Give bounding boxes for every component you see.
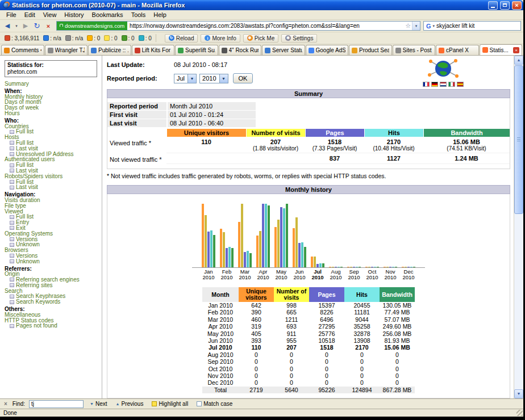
gear-icon: ✱ <box>285 35 291 41</box>
tab-label: 4" Rock Run.. <box>229 47 259 53</box>
summary-info-row: Last visit08 Jul 2010 - 06:40 <box>107 119 510 127</box>
scroll-up-icon[interactable]: ▲ <box>514 56 523 65</box>
year-select[interactable]: 2010 ▼ <box>199 74 228 83</box>
menu-tools[interactable]: Tools <box>127 11 150 19</box>
bar-number-of-visits <box>241 204 243 267</box>
cell-value: 35258 <box>344 323 380 330</box>
find-next-button[interactable]: ▼Next <box>88 401 110 407</box>
ok-button[interactable]: OK <box>233 73 253 83</box>
titlebar[interactable]: Statistics for pheton.com (2010-07) - ma… <box>0 0 523 10</box>
menu-history[interactable]: History <box>60 11 88 19</box>
summary-cell: 207(1.88 visits/visitor) <box>246 137 305 153</box>
resize-grip[interactable] <box>516 410 523 416</box>
find-input[interactable] <box>29 400 84 408</box>
back-history-dropdown[interactable]: ▾ <box>14 21 19 31</box>
menu-file[interactable]: File <box>2 11 20 19</box>
url-dropdown[interactable]: ▾ <box>412 22 420 30</box>
page-content: Statistics for: pheton.com SummaryWhen:M… <box>0 56 523 398</box>
vertical-scrollbar[interactable]: ▲ ▼ <box>514 56 523 398</box>
cell-month: Oct 2010 <box>202 366 239 372</box>
tab-server-status[interactable]: Server Status <box>262 45 305 55</box>
bar-unique-visitors <box>256 236 259 267</box>
tab-close-icon[interactable]: × <box>513 47 519 53</box>
pick-me-button[interactable]: ✱Pick Me <box>243 34 279 43</box>
summary-info: Reported periodMonth Jul 2010First visit… <box>107 102 510 127</box>
summary-cell: 15.06 MB(74.51 KB/Visit) <box>423 137 510 153</box>
cell-value: 0 <box>239 358 274 365</box>
url-text[interactable]: https://norway.downstreamdesigns.com:208… <box>127 23 404 29</box>
cell-month: Mar 2010 <box>202 316 239 323</box>
menu-edit[interactable]: Edit <box>20 11 39 19</box>
firefox-icon <box>3 2 10 9</box>
tab-wrangler-tj[interactable]: Wrangler TJ.. <box>45 45 88 55</box>
bar-number-of-visits <box>295 217 298 267</box>
tab-cpanel-x[interactable]: cPanel X <box>436 45 479 55</box>
find-previous-button[interactable]: ▲Previous <box>114 401 146 407</box>
reload-button[interactable]: ↻ <box>32 21 42 31</box>
tab-label: cPanel X <box>446 47 476 53</box>
search-engine-dropdown[interactable]: ▾ <box>433 24 435 28</box>
tab-lift-kits-for[interactable]: Lift Kits For .. <box>132 45 175 55</box>
bar-pages <box>407 267 410 267</box>
page-icon <box>10 146 14 150</box>
seo-counter-6: : 0 <box>139 35 152 41</box>
flag-de-icon[interactable] <box>431 82 438 87</box>
address-bar[interactable]: downstreamdesigns.com https://norway.dow… <box>56 21 420 31</box>
tab-comments[interactable]: Comments <... <box>1 45 44 55</box>
sidebar-item-pages-not-found[interactable]: Pages not found <box>5 323 101 329</box>
month-select[interactable]: Jul ▼ <box>174 74 197 83</box>
tab-superlift-su[interactable]: Superlift Su.. <box>175 45 218 55</box>
settings-button[interactable]: ✱Settings <box>281 34 317 43</box>
sidebar-item-last-visit[interactable]: Last visit <box>5 184 101 190</box>
flag-it-icon[interactable] <box>448 82 455 87</box>
scrollbar-thumb[interactable] <box>514 65 523 214</box>
site-favicon-icon <box>178 48 184 53</box>
flag-nl-icon[interactable] <box>440 82 447 87</box>
chart-month-label: Oct2010 <box>363 269 381 280</box>
back-button[interactable]: ◀ <box>2 21 13 31</box>
restore-button[interactable] <box>500 1 510 10</box>
ssl-site-badge[interactable]: downstreamdesigns.com <box>57 22 127 30</box>
chart-labels: Jan2010Feb2010Mar2010Apr2010May2010Jun20… <box>192 269 425 280</box>
tab-bar: Comments <...Wrangler TJ..Publicize :: .… <box>0 44 523 56</box>
bar-unique-visitors <box>329 267 331 267</box>
match-case-checkbox[interactable]: Match case <box>194 401 235 407</box>
more-info-button[interactable]: iMore Info <box>201 34 240 43</box>
forward-button[interactable]: ▶ <box>20 21 31 31</box>
sidebar-item-unknown[interactable]: Unknown <box>5 259 101 264</box>
tab-product-sea[interactable]: Product Sea.. <box>349 45 392 55</box>
menu-view[interactable]: View <box>39 11 61 19</box>
find-close-button[interactable]: × <box>3 401 9 407</box>
cell-month: Nov 2010 <box>202 372 239 379</box>
cell-value: 0 <box>344 372 380 379</box>
sidebar-item-search-keywords[interactable]: Search Keywords <box>5 299 101 305</box>
menu-help[interactable]: Help <box>149 11 170 19</box>
tab-google-ads[interactable]: Google AdS.. <box>306 45 349 55</box>
minimize-button[interactable] <box>488 1 498 10</box>
monthly-history-chart: Jan2010Feb2010Mar2010Apr2010May2010Jun20… <box>107 203 510 280</box>
stop-button[interactable]: × <box>43 21 53 31</box>
search-box[interactable]: G ▾ skyjacker lift kit <box>423 21 521 31</box>
down-arrow-icon: ▼ <box>90 402 94 406</box>
menu-bookmarks[interactable]: Bookmarks <box>88 11 127 19</box>
tab-sites-post[interactable]: Sites - Post .. <box>393 45 436 55</box>
scroll-down-icon[interactable]: ▼ <box>514 389 523 398</box>
bookmark-star-icon[interactable]: ☆ <box>404 22 412 30</box>
highlight-all-button[interactable]: Highlight all <box>149 401 190 407</box>
cell-value: 393 <box>239 337 274 344</box>
cell-value: 319 <box>239 323 274 330</box>
sidebar-item-summary[interactable]: Summary <box>5 81 101 87</box>
tab-statis[interactable]: Statis...× <box>480 44 523 55</box>
search-input[interactable]: skyjacker lift kit <box>436 23 518 29</box>
bar-number-of-visits <box>350 267 352 267</box>
reload-button[interactable]: ↻Reload <box>165 34 198 43</box>
flag-es-icon[interactable] <box>457 82 464 87</box>
tab-publicize[interactable]: Publicize :: .. <box>88 45 131 55</box>
close-button[interactable]: × <box>512 1 522 10</box>
page-icon <box>10 324 14 328</box>
page-icon <box>10 180 14 184</box>
flag-fr-icon[interactable] <box>423 82 430 87</box>
sidebar-item-hours[interactable]: Hours <box>5 111 101 116</box>
chart-group-nov-2010 <box>381 203 399 267</box>
tab-4-rock-run[interactable]: 4" Rock Run.. <box>219 45 262 55</box>
